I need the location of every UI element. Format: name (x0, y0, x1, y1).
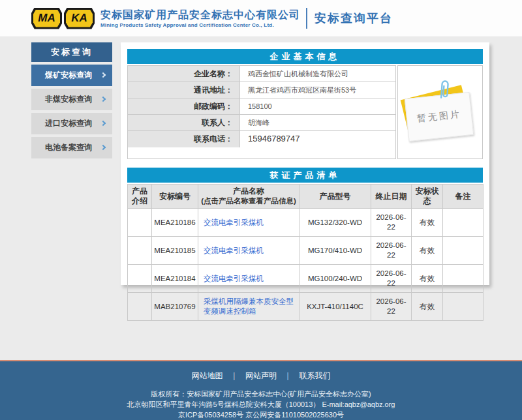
org-name-block: 安标国家矿用产品安全标志中心有限公司 Mining Products Safet… (100, 8, 300, 29)
col-header-model: 产品型号 (299, 185, 371, 209)
chevron-right-icon (100, 145, 106, 150)
col-header-remark: 备注 (443, 185, 484, 209)
table-row: MEA210186 交流电牵引采煤机 MG132/320-WD 2026-06-… (128, 209, 484, 237)
logo-badge-ka-icon: KA (64, 8, 95, 29)
main-panel: 企业基本信息 企业名称： 鸡西金恒矿山机械制造有限公司 通讯地址： 黑龙江省鸡西… (121, 42, 489, 285)
header-divider (306, 8, 307, 29)
status-cell: 有效 (412, 265, 443, 293)
cert-no-cell: MEA210186 (152, 209, 198, 237)
model-cell: MG100/240-WD (299, 265, 371, 293)
col-header-name-line2: (点击产品名称查看产品信息) (200, 196, 298, 206)
status-cell: 有效 (412, 209, 443, 237)
postcode-value: 158100 (240, 98, 395, 114)
postcode-label: 邮政编码： (128, 98, 240, 114)
logo-badge-ma-text: MA (33, 10, 60, 27)
table-row: MEA210184 交流电牵引采煤机 MG100/240-WD 2026-06-… (128, 265, 484, 293)
col-header-name-line1: 产品名称 (200, 187, 298, 196)
footer-link-separator: ｜ (284, 371, 292, 380)
footer-links: 网站地图 ｜ 网站声明 ｜ 联系我们 (0, 361, 522, 382)
col-header-name: 产品名称 (点击产品名称查看产品信息) (198, 185, 299, 209)
footer-copyright: 版权所有：安标国家矿用产品安全标志中心(矿用产品安全标志办公室) 北京朝阳区和平… (0, 389, 522, 420)
end-date-cell: 2026-06-22 (371, 265, 412, 293)
footer-link-sitemap[interactable]: 网站地图 (192, 371, 223, 380)
product-name-cell: 交流电牵引采煤机 (198, 209, 299, 237)
sidebar-title: 安标查询 (31, 42, 112, 62)
product-name-link[interactable]: 交流电牵引采煤机 (204, 218, 264, 226)
maka-logo: MA KA (31, 8, 95, 29)
company-photo-placeholder: 暂无图片 (397, 65, 483, 159)
col-header-end-date: 终止日期 (371, 185, 412, 209)
table-row: MEA210185 交流电牵引采煤机 MG170/410-WD 2026-06-… (128, 237, 484, 265)
model-cell: MG132/320-WD (299, 209, 371, 237)
copyright-line-2: 北京朝阳区和平里青年沟路5号煤科总院安科大厦（100013） E-mail:aq… (0, 399, 522, 410)
contact-value: 胡海峰 (240, 115, 395, 130)
product-name-cell: 采煤机用隔爆兼本质安全型变频调速控制箱 (198, 293, 299, 321)
sidebar-item-coal-query[interactable]: 煤矿安标查询 (31, 65, 112, 86)
sidebar-item-noncoal-query[interactable]: 非煤安标查询 (31, 89, 112, 110)
sidebar: 安标查询 煤矿安标查询 非煤安标查询 进口安标查询 电池备案查询 (31, 42, 112, 158)
no-image-text: 暂无图片 (416, 108, 462, 125)
enterprise-info-table: 企业名称： 鸡西金恒矿山机械制造有限公司 通讯地址： 黑龙江省鸡西市鸡冠区南星街… (127, 65, 396, 159)
remark-cell (443, 237, 484, 265)
product-intro-cell (128, 237, 152, 265)
paperclip-icon (438, 78, 451, 100)
org-name-en: Mining Products Safety Approval and Cert… (100, 22, 300, 29)
cert-no-cell: MEA210185 (152, 237, 198, 265)
product-name-link[interactable]: 交流电牵引采煤机 (204, 275, 264, 282)
address-label: 通讯地址： (128, 82, 240, 98)
footer-link-statement[interactable]: 网站声明 (245, 371, 277, 380)
product-section: 获证产品清单 产品介绍 安标编号 产品名称 (点击产品名称查看产品信息) 产品型… (127, 168, 483, 321)
end-date-cell: 2026-06-22 (371, 209, 412, 237)
product-intro-cell (128, 293, 152, 321)
status-cell: 有效 (412, 293, 443, 321)
company-name-value: 鸡西金恒矿山机械制造有限公司 (240, 66, 395, 82)
product-name-link[interactable]: 交流电牵引采煤机 (204, 247, 264, 254)
footer-link-contact[interactable]: 联系我们 (299, 371, 330, 380)
table-row: 通讯地址： 黑龙江省鸡西市鸡冠区南星街53号 (128, 82, 395, 98)
model-cell: KXJT-410/1140C (299, 293, 371, 321)
copyright-line-1: 版权所有：安标国家矿用产品安全标志中心(矿用产品安全标志办公室) (0, 389, 522, 399)
table-row: MAB210769 采煤机用隔爆兼本质安全型变频调速控制箱 KXJT-410/1… (128, 293, 484, 321)
footer: 网站地图 ｜ 网站声明 ｜ 联系我们 版权所有：安标国家矿用产品安全标志中心(矿… (0, 361, 522, 420)
product-intro-cell (128, 209, 152, 237)
product-name-cell: 交流电牵引采煤机 (198, 237, 299, 265)
product-name-cell: 交流电牵引采煤机 (198, 265, 299, 293)
phone-value: 15946789747 (240, 131, 395, 147)
chevron-right-icon (100, 97, 106, 102)
company-name-label: 企业名称： (128, 66, 240, 82)
platform-title: 安标查询平台 (315, 10, 393, 26)
sidebar-item-import-query[interactable]: 进口安标查询 (31, 113, 112, 134)
cert-no-cell: MAB210769 (152, 293, 198, 321)
sidebar-item-label: 电池备案查询 (45, 142, 92, 153)
table-row: 联系人： 胡海峰 (128, 115, 395, 131)
status-cell: 有效 (412, 237, 443, 265)
product-intro-cell (128, 265, 152, 293)
org-name-cn: 安标国家矿用产品安全标志中心有限公司 (100, 8, 300, 22)
product-table: 产品介绍 安标编号 产品名称 (点击产品名称查看产品信息) 产品型号 终止日期 … (127, 184, 484, 321)
address-value: 黑龙江省鸡西市鸡冠区南星街53号 (240, 82, 395, 98)
remark-cell (443, 265, 484, 293)
col-header-cert-no: 安标编号 (152, 185, 198, 209)
logo-badge-ka-text: KA (66, 10, 93, 27)
end-date-cell: 2026-06-22 (371, 237, 412, 265)
enterprise-section-title: 企业基本信息 (127, 49, 483, 64)
table-row: 企业名称： 鸡西金恒矿山机械制造有限公司 (128, 66, 395, 82)
table-row: 联系电话： 15946789747 (128, 131, 395, 147)
product-name-link[interactable]: 采煤机用隔爆兼本质安全型变频调速控制箱 (204, 297, 294, 315)
remark-cell (443, 293, 484, 321)
sidebar-item-battery-query[interactable]: 电池备案查询 (31, 137, 112, 158)
col-header-status: 安标状态 (412, 185, 443, 209)
cert-no-cell: MEA210184 (152, 265, 198, 293)
remark-cell (443, 209, 484, 237)
model-cell: MG170/410-WD (299, 237, 371, 265)
sidebar-item-label: 进口安标查询 (45, 118, 92, 129)
footer-link-separator: ｜ (230, 371, 238, 380)
table-row: 邮政编码： 158100 (128, 98, 395, 115)
copyright-line-3: 京ICP备05034258号 京公网安备11010502025630号 (0, 410, 522, 420)
chevron-right-icon (100, 72, 106, 78)
contact-label: 联系人： (128, 115, 240, 130)
product-section-title: 获证产品清单 (127, 168, 483, 183)
col-header-intro: 产品介绍 (128, 185, 152, 209)
phone-label: 联系电话： (128, 131, 240, 147)
enterprise-info-area: 企业名称： 鸡西金恒矿山机械制造有限公司 通讯地址： 黑龙江省鸡西市鸡冠区南星街… (127, 65, 483, 159)
